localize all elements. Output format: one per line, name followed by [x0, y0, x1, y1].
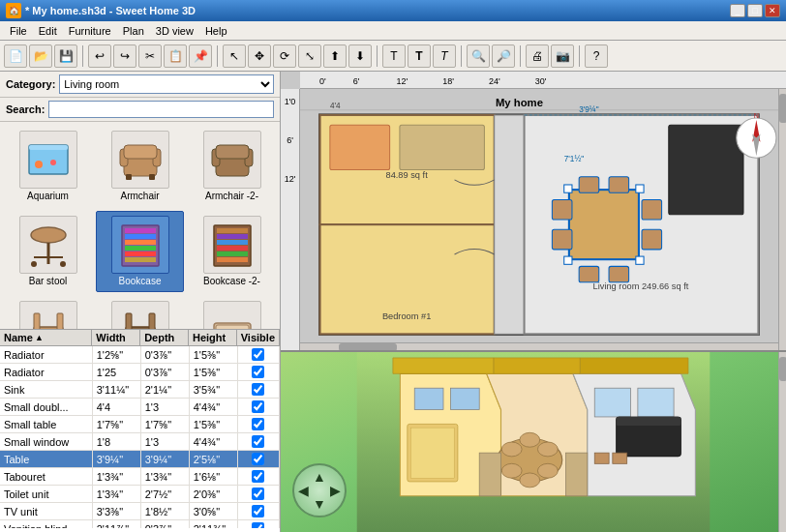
svg-rect-92: [450, 388, 479, 409]
print-button[interactable]: 🖨: [526, 44, 549, 68]
table-row[interactable]: Radiator 1'2⅝" 0'3⅞" 1'5⅜": [0, 346, 280, 364]
td-visible[interactable]: [238, 416, 280, 432]
cursor-button[interactable]: ↖: [223, 44, 246, 68]
th-name[interactable]: Name ▲: [0, 330, 92, 345]
nav-right-arrow[interactable]: ▶: [330, 483, 341, 498]
td-visible[interactable]: [238, 381, 280, 398]
view-2d[interactable]: 0' 6' 12' 18' 24' 30' 1'0 6' 12' My home: [281, 72, 786, 352]
svg-rect-62: [669, 125, 743, 215]
td-visible[interactable]: [238, 346, 280, 363]
text-button[interactable]: T: [382, 44, 406, 68]
nav-up-arrow[interactable]: ▲: [313, 469, 326, 485]
td-width: 1'3¾": [93, 468, 141, 485]
td-visible[interactable]: [238, 520, 280, 528]
svg-rect-108: [479, 453, 500, 496]
menu-edit[interactable]: Edit: [33, 23, 63, 39]
bookcase2-image: [203, 216, 261, 274]
cut-button[interactable]: ✂: [138, 44, 162, 68]
furniture-item-chair[interactable]: Chair: [4, 296, 92, 329]
save-button[interactable]: 💾: [54, 44, 77, 68]
furniture-item-coffeetable[interactable]: Coffee table: [188, 296, 276, 329]
menu-file[interactable]: File: [4, 23, 33, 39]
table-row[interactable]: TV unit 3'3⅜" 1'8½" 3'0⅝": [0, 503, 280, 520]
category-select[interactable]: Living room Bedroom Kitchen Bathroom Off…: [59, 74, 274, 94]
right-panel: 0' 6' 12' 18' 24' 30' 1'0 6' 12' My home: [281, 72, 786, 532]
move-button[interactable]: ✥: [248, 44, 271, 68]
menu-plan[interactable]: Plan: [117, 23, 150, 39]
menu-furniture[interactable]: Furniture: [63, 23, 117, 39]
td-visible[interactable]: [238, 433, 280, 450]
open-button[interactable]: 📂: [29, 44, 52, 68]
menu-3dview[interactable]: 3D view: [150, 23, 199, 39]
zoom-in-button[interactable]: 🔍: [467, 44, 490, 68]
scrollbar-thumb-bottom-2d[interactable]: [339, 343, 397, 351]
th-depth[interactable]: Depth: [140, 330, 189, 345]
td-width: 1'7⅝": [93, 416, 141, 432]
aquarium-image: [19, 131, 77, 189]
svg-rect-24: [125, 251, 156, 256]
menu-help[interactable]: Help: [199, 23, 233, 39]
td-visible[interactable]: [238, 399, 280, 415]
furniture-item-armchair[interactable]: Armchair: [96, 126, 184, 207]
td-name: Small table: [0, 416, 93, 432]
text2-button[interactable]: T: [408, 44, 431, 68]
furniture-item-barstool[interactable]: Bar stool: [4, 211, 92, 292]
help-icon-button[interactable]: ?: [585, 44, 608, 68]
redo-button[interactable]: ↪: [113, 44, 136, 68]
th-height[interactable]: Height: [189, 330, 237, 345]
raise-button[interactable]: ⬆: [323, 44, 347, 68]
scrollbar-thumb-3d[interactable]: [779, 357, 786, 381]
scrollbar-right-2d[interactable]: [778, 89, 786, 350]
lower-button[interactable]: ⬇: [348, 44, 372, 68]
td-visible[interactable]: [238, 503, 280, 519]
text3-button[interactable]: T: [433, 44, 456, 68]
th-width[interactable]: Width: [92, 330, 140, 345]
furniture-item-chair2[interactable]: Chair -2-: [96, 296, 184, 329]
td-width: 1'25: [93, 364, 141, 380]
close-button[interactable]: ✕: [765, 4, 780, 17]
td-visible[interactable]: [238, 468, 280, 485]
table-row[interactable]: Sink 3'11¼" 2'1¼" 3'5¾": [0, 381, 280, 399]
table-row[interactable]: Small table 1'7⅝" 1'7⅝" 1'5⅜": [0, 416, 280, 433]
zoom-out-button[interactable]: 🔎: [492, 44, 515, 68]
scrollbar-bottom-2d[interactable]: [300, 342, 778, 350]
furniture-item-aquarium[interactable]: Aquarium: [4, 126, 92, 207]
table-row[interactable]: Toilet unit 1'3¾" 2'7½" 2'0⅜": [0, 486, 280, 503]
td-visible[interactable]: [238, 364, 280, 380]
table-row-selected[interactable]: Table 3'9¼" 3'9¼" 2'5⅛": [0, 451, 280, 468]
search-input[interactable]: [48, 101, 274, 118]
svg-rect-57: [495, 115, 525, 334]
td-name: Radiator: [0, 364, 93, 380]
furniture-item-bookcase[interactable]: Bookcase: [96, 211, 184, 292]
svg-rect-65: [636, 185, 644, 192]
maximize-button[interactable]: □: [747, 4, 763, 17]
td-name: Small doubl...: [0, 399, 93, 415]
nav-down-arrow[interactable]: ▼: [313, 496, 326, 512]
rotate-button[interactable]: ⟳: [273, 44, 296, 68]
furniture-item-bookcase2[interactable]: Bookcase -2-: [188, 211, 276, 292]
svg-rect-29: [217, 240, 248, 245]
td-depth: 2'7½": [141, 486, 190, 502]
td-depth: 2'1¼": [141, 381, 190, 398]
resize-button[interactable]: ⤡: [298, 44, 321, 68]
camera-button[interactable]: 📷: [551, 44, 574, 68]
nav-left-arrow[interactable]: ◀: [298, 483, 309, 498]
scrollbar-right-3d[interactable]: [778, 352, 786, 532]
copy-button[interactable]: 📋: [164, 44, 187, 68]
view-3d[interactable]: ▲ ▼ ◀ ▶: [281, 352, 786, 532]
minimize-button[interactable]: _: [730, 4, 745, 17]
table-row[interactable]: Tabouret 1'3¾" 1'3¾" 1'6⅛": [0, 468, 280, 486]
td-visible[interactable]: [238, 486, 280, 502]
new-button[interactable]: 📄: [4, 44, 27, 68]
td-name: Tabouret: [0, 468, 93, 485]
table-row[interactable]: Small doubl... 4'4 1'3 4'4¾": [0, 399, 280, 416]
undo-button[interactable]: ↩: [88, 44, 111, 68]
table-row[interactable]: Venitian blind 2'11⅞" 0'3⅞" 2'11⅜": [0, 520, 280, 528]
scrollbar-thumb-2d[interactable]: [779, 94, 786, 123]
table-row[interactable]: Small window 1'8 1'3 4'4¾": [0, 433, 280, 451]
th-visible[interactable]: Visible: [237, 330, 280, 345]
td-visible[interactable]: [238, 451, 280, 467]
paste-button[interactable]: 📌: [189, 44, 212, 68]
table-row[interactable]: Radiator 1'25 0'3⅞" 1'5⅜": [0, 364, 280, 381]
furniture-item-armchair2[interactable]: Armchair -2-: [188, 126, 276, 207]
